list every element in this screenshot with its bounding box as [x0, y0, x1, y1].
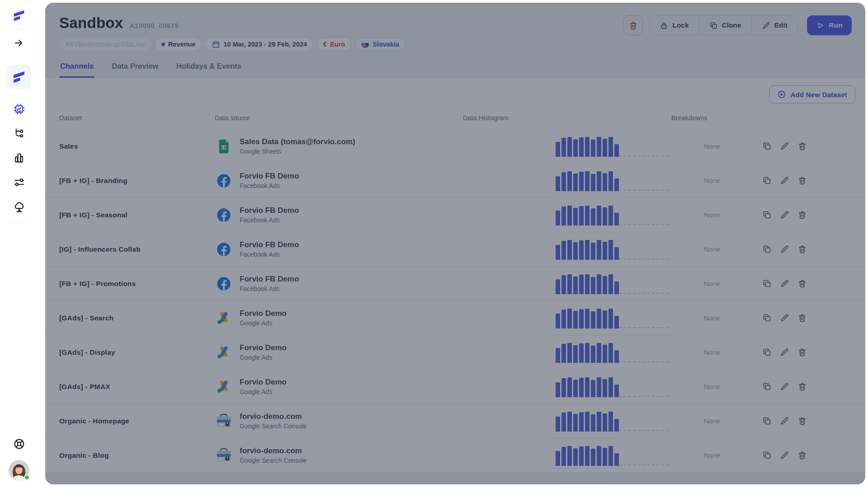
sidebar-nav — [9, 99, 29, 216]
sliders-icon — [13, 176, 25, 188]
sidebar — [0, 0, 38, 488]
sidebar-item-bar-chart[interactable] — [9, 148, 29, 168]
sidebar-item-workflow[interactable] — [9, 123, 29, 143]
expand-sidebar-button[interactable] — [9, 33, 29, 53]
help-button[interactable] — [9, 434, 29, 454]
data-share-icon — [13, 201, 25, 213]
lifebuoy-icon — [13, 438, 25, 450]
forvio-logo[interactable] — [9, 5, 29, 25]
bar-chart-icon — [13, 152, 25, 164]
sidebar-item-data-share[interactable] — [9, 197, 29, 216]
user-avatar[interactable] — [9, 460, 29, 481]
sidebar-item-sliders[interactable] — [9, 172, 29, 192]
divider — [10, 223, 28, 223]
workspace-logo[interactable] — [7, 65, 31, 89]
model-chip-icon — [13, 103, 25, 115]
arrow-right-icon — [14, 38, 24, 48]
sidebar-item-model-chip[interactable] — [9, 99, 29, 119]
divider — [10, 29, 28, 29]
online-status-dot — [24, 474, 30, 480]
main-content: Sandbox A10090_00679 9XVBe3htSs0cqzGfdLN… — [45, 3, 865, 484]
workflow-icon — [13, 127, 25, 140]
modal-overlay — [45, 3, 865, 484]
